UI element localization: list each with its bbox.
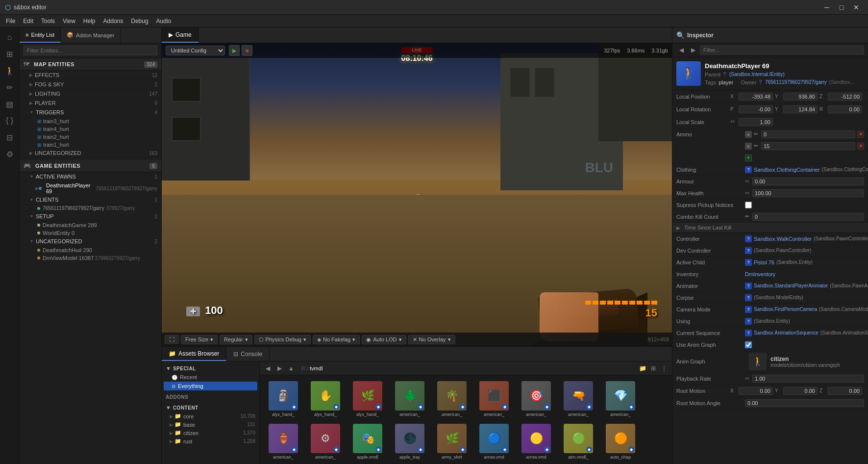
list-item[interactable]: 🌴 ◆ american_	[432, 379, 471, 419]
entity-deathmatch-player[interactable]: DeathmatchPlayer 69 765611197960279927/g…	[39, 182, 157, 194]
rot-p-input[interactable]	[739, 105, 773, 113]
list-item[interactable]: 🎯 ◆ american_	[517, 379, 556, 419]
tab-entity-list[interactable]: ≡ Entity List	[20, 27, 61, 43]
minimize-button[interactable]: ─	[820, 2, 834, 12]
settings-icon[interactable]: ⚙	[2, 146, 18, 162]
menu-file[interactable]: File	[2, 17, 19, 26]
category-triggers[interactable]: ▼ TRIGGERS 4	[20, 108, 161, 117]
regular-button[interactable]: Regular ▾	[220, 335, 252, 344]
question-icon[interactable]: ?	[745, 259, 752, 266]
list-item[interactable]: 🗿 ◆ alyx_hand_	[264, 379, 303, 419]
list-item[interactable]: 🟡 ◆ arrow.vmd	[517, 422, 556, 462]
asset-everything[interactable]: ⊙ Everything	[164, 382, 257, 390]
entity-icon[interactable]: ⊞	[2, 46, 18, 62]
menu-addons[interactable]: Addons	[99, 17, 127, 26]
question-icon[interactable]: ?	[745, 247, 752, 254]
pos-z-input[interactable]	[828, 93, 862, 101]
forward-button[interactable]: ▶	[274, 363, 284, 373]
rm-y-input[interactable]	[783, 387, 818, 395]
list-item[interactable]: 🔵 ◆ arrow.vmd	[474, 422, 514, 462]
max-health-input[interactable]	[752, 189, 864, 197]
ammo-input-1[interactable]	[761, 142, 855, 150]
entity-dm-view-model[interactable]: DmViewModel 16387 379960279927/garry	[20, 254, 161, 262]
parent-value[interactable]: (Sandbox.Internal.IEntity)	[729, 72, 785, 77]
equals-icon[interactable]: =	[745, 131, 752, 138]
code-icon[interactable]: { }	[2, 113, 18, 129]
pencil-icon[interactable]: ✏	[754, 143, 758, 149]
list-item[interactable]: 🌲 ◆ american_	[390, 379, 429, 419]
back-button[interactable]: ◀	[263, 363, 273, 373]
no-overlay-button[interactable]: ✕ No Overlay ▾	[408, 335, 455, 344]
list-item[interactable]: 🌿 ◆ alyx_hand_	[348, 379, 387, 419]
person-icon[interactable]: 🚶	[2, 63, 18, 78]
question-icon[interactable]: ?	[723, 72, 726, 77]
close-button[interactable]: ✕	[849, 2, 863, 12]
pencil-icon[interactable]: ✏	[745, 213, 749, 220]
folder-base[interactable]: ▶ 📁 base 131	[162, 420, 259, 429]
playback-rate-input[interactable]	[752, 375, 864, 383]
entity-deathmatch-player-collapsed[interactable]: ▶ DeathmatchPlayer 69 765611197960279927…	[20, 181, 161, 195]
entity-train2-hurt[interactable]: ⊞ train2_hurt	[20, 133, 161, 141]
menu-tools[interactable]: Tools	[37, 17, 59, 26]
question-icon[interactable]: ?	[759, 79, 762, 85]
tab-console[interactable]: ⊟ Console	[226, 347, 270, 361]
map-entities-header[interactable]: 🗺 MAP ENTITIES 324	[20, 58, 161, 71]
category-active-pawns[interactable]: ▼ ACTIVE PAWNS 1	[20, 172, 161, 181]
no-fakelag-button[interactable]: ◈ No Fakelag ▾	[313, 335, 360, 344]
entity-train1-hurt[interactable]: ⊞ train1_hurt	[20, 141, 161, 149]
game-entities-header[interactable]: 🎮 GAME ENTITIES 6	[20, 160, 161, 172]
menu-help[interactable]: Help	[79, 17, 99, 26]
list-item[interactable]: 🏺 ◆ american_	[264, 422, 303, 462]
list-item[interactable]: ⚙ ◆ american_	[306, 422, 345, 462]
up-button[interactable]: ▲	[286, 363, 296, 373]
tab-assets-browser[interactable]: 📁 Assets Browser	[162, 347, 226, 361]
list-item[interactable]: 🔫 ◆ american_	[559, 379, 598, 419]
question-icon[interactable]: ?	[745, 318, 752, 325]
add-button[interactable]: +	[745, 155, 752, 161]
folder-view-button[interactable]: 📁	[638, 363, 647, 373]
free-size-button[interactable]: Free Size ▾	[181, 335, 218, 344]
asset-sidebar[interactable]: ▼ SPECIAL 🕐 Recent ⊙ Everything ADDONS	[162, 361, 260, 464]
root-motion-angle-input[interactable]	[745, 399, 864, 407]
menu-edit[interactable]: Edit	[19, 17, 37, 26]
category-effects[interactable]: ▶ EFFECTS 12	[20, 71, 161, 80]
inspector-filter[interactable]	[700, 46, 864, 54]
entity-list[interactable]: 🗺 MAP ENTITIES 324 ▶ EFFECTS 12 ▶ FOG & …	[20, 58, 161, 464]
category-uncategorized-map[interactable]: ▶ UNCATEGORIZED 163	[20, 149, 161, 158]
list-item[interactable]: 🎭 ◆ apple.vmdl	[348, 422, 387, 462]
entity-train4-hurt[interactable]: ⊞ train4_hurt	[20, 125, 161, 133]
inspector-body[interactable]: Local Position X Y Z	[672, 90, 868, 464]
stop-button[interactable]: ■	[242, 45, 252, 56]
question-icon[interactable]: ?	[745, 294, 752, 301]
question-icon[interactable]: ?	[745, 306, 752, 313]
menu-view[interactable]: View	[59, 17, 79, 26]
filter-input[interactable]	[24, 46, 157, 55]
home-icon[interactable]: ⌂	[2, 29, 18, 45]
list-item[interactable]: 🌿 ◆ army_shirt	[432, 422, 471, 462]
pencil-icon[interactable]: ✏	[754, 131, 758, 137]
category-clients[interactable]: ▼ CLIENTS 1	[20, 195, 161, 205]
rot-r-input[interactable]	[828, 105, 862, 113]
list-item[interactable]: 🌑 ◆ apple_tray	[390, 422, 429, 462]
asset-grid[interactable]: 🗿 ◆ alyx_hand_ ✋ ◆ alyx_hand_ 🌿 ◆ alyx_h…	[260, 375, 672, 464]
entity-deathmatch-game[interactable]: DeathmatchGame 289	[20, 221, 161, 229]
scale-input[interactable]	[739, 118, 773, 126]
pos-y-input[interactable]	[783, 93, 818, 101]
forward-nav-button[interactable]: ▶	[688, 45, 698, 55]
question-icon[interactable]: ?	[745, 283, 752, 289]
list-item[interactable]: 💎 ◆ american_	[601, 379, 640, 419]
grid-icon[interactable]: ⊟	[2, 129, 18, 145]
entity-client-garry[interactable]: 765611197960279927/garry 379927/garry	[20, 205, 161, 212]
question-icon[interactable]: ?	[745, 330, 752, 336]
list-item[interactable]: ✋ ◆ alyx_hand_	[306, 379, 345, 419]
folder-core[interactable]: ▶ 📁 core 10,708	[162, 412, 259, 420]
equals-icon[interactable]: =	[745, 143, 752, 150]
category-fog-sky[interactable]: ▶ FOG & SKY 2	[20, 80, 161, 89]
more-button[interactable]: ⋮	[659, 363, 669, 373]
maximize-button[interactable]: □	[835, 2, 848, 12]
layers-icon[interactable]: ▤	[2, 96, 18, 112]
pos-x-input[interactable]	[739, 93, 773, 101]
supress-checkbox[interactable]	[745, 202, 752, 208]
content-section[interactable]: ▼ CONTENT	[162, 403, 259, 412]
list-item[interactable]: 🟢 ◆ atm.vmdl_	[559, 422, 598, 462]
